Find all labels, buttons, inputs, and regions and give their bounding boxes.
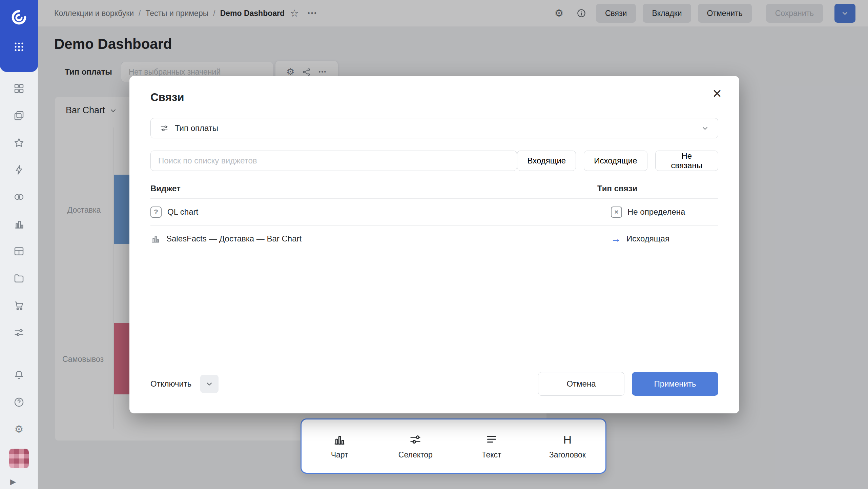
- sliders-icon[interactable]: [12, 327, 26, 338]
- collections-icon[interactable]: [12, 110, 26, 121]
- sidebar: ⚙ ▶: [0, 0, 38, 489]
- tool-label: Текст: [482, 450, 501, 459]
- edit-panel: Чарт Селектор Текст H Заголовок: [301, 418, 606, 474]
- tool-label: Чарт: [331, 450, 348, 459]
- links-table: Виджет Тип связи ? QL chart × Не определ…: [150, 178, 718, 252]
- cancel-button[interactable]: Отмена: [538, 372, 624, 396]
- link-type-value: Не определена: [627, 207, 685, 217]
- selector-icon: [160, 124, 169, 133]
- circles-icon[interactable]: [12, 191, 26, 203]
- datalens-logo[interactable]: [10, 8, 28, 26]
- ql-chart-icon: ?: [150, 207, 162, 218]
- add-selector-button[interactable]: Селектор: [377, 419, 453, 473]
- link-type-cell[interactable]: → Исходящая: [597, 234, 718, 244]
- links-dialog: Связи × Тип оплаты Входящие Исходящие Не…: [129, 76, 739, 413]
- widget-cell: ? QL chart: [150, 207, 597, 218]
- apply-button[interactable]: Применить: [632, 372, 718, 396]
- disconnect-button[interactable]: Отключить: [150, 379, 194, 389]
- table-icon[interactable]: [12, 246, 26, 257]
- add-chart-button[interactable]: Чарт: [302, 419, 377, 473]
- help-icon[interactable]: [12, 396, 26, 408]
- folder-icon[interactable]: [12, 273, 26, 284]
- charts-icon[interactable]: [12, 218, 26, 230]
- text-icon: [485, 433, 498, 446]
- selected-widget-value: Тип оплаты: [175, 123, 218, 133]
- add-heading-button[interactable]: H Заголовок: [530, 419, 605, 473]
- link-type-cell[interactable]: × Не определена: [597, 207, 718, 218]
- sidebar-nav: [0, 83, 38, 338]
- settings-gear-icon[interactable]: ⚙: [12, 424, 26, 435]
- tool-label: Заголовок: [549, 450, 586, 459]
- column-link-type: Тип связи: [597, 184, 718, 193]
- lightning-icon[interactable]: [12, 164, 26, 176]
- chart-icon: [333, 433, 346, 446]
- filter-unlinked-button[interactable]: Не связаны: [655, 151, 718, 171]
- dialog-footer: Отключить Отмена Применить: [150, 372, 718, 396]
- chevron-down-icon: [205, 380, 213, 388]
- column-widget: Виджет: [150, 184, 597, 193]
- app-root: ⚙ ▶ Коллекции и воркбуки / Тесты и приме…: [0, 0, 868, 489]
- favorites-star-icon[interactable]: [12, 137, 26, 149]
- not-defined-icon: ×: [611, 207, 622, 218]
- table-row[interactable]: ? QL chart × Не определена: [150, 199, 718, 226]
- filter-incoming-button[interactable]: Входящие: [517, 151, 576, 171]
- dashboards-icon[interactable]: [12, 83, 26, 94]
- logo-block: [0, 0, 38, 72]
- sidebar-bottom-nav: ⚙: [0, 369, 38, 435]
- disconnect-dropdown-button[interactable]: [200, 375, 219, 393]
- gear-glyph: ⚙: [15, 424, 24, 434]
- chevron-down-icon: [701, 124, 709, 132]
- table-row[interactable]: SalesFacts — Доставка — Bar Chart → Исхо…: [150, 226, 718, 252]
- tool-label: Селектор: [398, 450, 433, 459]
- add-text-button[interactable]: Текст: [454, 419, 530, 473]
- widget-name: SalesFacts — Доставка — Bar Chart: [166, 234, 302, 243]
- table-header: Виджет Тип связи: [150, 178, 718, 199]
- widget-search-input[interactable]: [150, 151, 517, 171]
- close-icon[interactable]: ×: [712, 85, 722, 101]
- cart-icon[interactable]: [12, 300, 26, 311]
- dialog-title: Связи: [150, 91, 184, 104]
- selector-icon: [409, 433, 422, 446]
- filter-outgoing-button[interactable]: Исходящие: [584, 151, 647, 171]
- chart-widget-icon: [150, 234, 161, 244]
- apps-grid-icon[interactable]: [13, 41, 25, 53]
- widget-select-field[interactable]: Тип оплаты: [150, 118, 718, 138]
- outgoing-arrow-icon: →: [611, 234, 621, 244]
- user-avatar[interactable]: [9, 449, 29, 468]
- link-filter-chips: Входящие Исходящие Не связаны: [517, 151, 718, 171]
- heading-icon: H: [563, 433, 572, 446]
- sidebar-expand-icon[interactable]: ▶: [10, 477, 16, 486]
- notifications-bell-icon[interactable]: [12, 369, 26, 381]
- link-type-value: Исходящая: [626, 234, 669, 243]
- search-filter-row: Входящие Исходящие Не связаны: [150, 151, 718, 171]
- widget-name: QL chart: [167, 207, 198, 217]
- widget-cell: SalesFacts — Доставка — Bar Chart: [150, 234, 597, 244]
